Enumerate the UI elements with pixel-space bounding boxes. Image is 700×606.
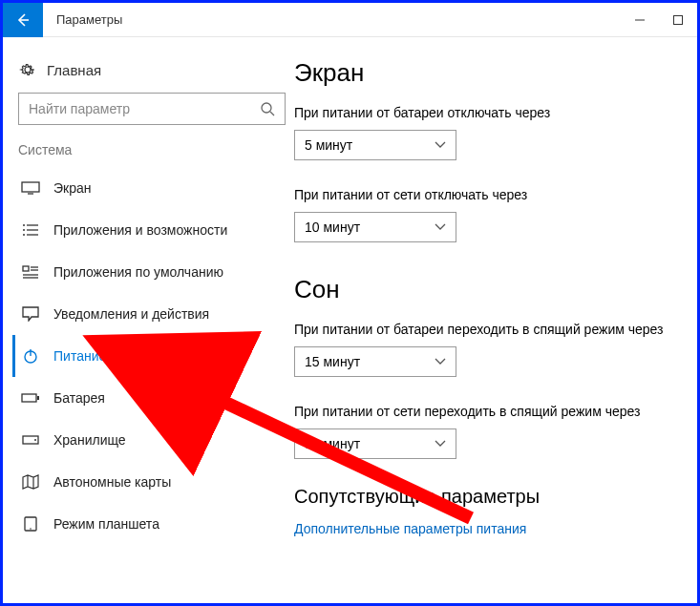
svg-rect-20: [22, 394, 36, 402]
home-label: Главная: [47, 62, 101, 78]
gear-icon: [18, 60, 37, 79]
sidebar-item-label: Уведомления и действия: [53, 306, 209, 322]
chevron-down-icon: [435, 358, 446, 366]
search-placeholder: Найти параметр: [29, 101, 130, 116]
sidebar: Главная Найти параметр Система Экран При…: [3, 37, 294, 603]
sidebar-item-battery[interactable]: Батарея: [12, 377, 294, 419]
storage-icon: [21, 432, 40, 448]
sidebar-item-label: Экран: [53, 180, 92, 196]
select-sleep-battery[interactable]: 15 минут: [294, 346, 456, 377]
main-content: Экран При питании от батареи отключать ч…: [294, 37, 697, 603]
sidebar-item-offline-maps[interactable]: Автономные карты: [12, 461, 294, 503]
select-screen-plugged[interactable]: 10 минут: [294, 212, 456, 242]
label-screen-plugged: При питании от сети отключать через: [294, 187, 697, 202]
link-additional-power[interactable]: Дополнительные параметры питания: [294, 521, 697, 536]
chevron-down-icon: [435, 440, 446, 448]
minimize-icon: [634, 14, 646, 26]
sidebar-item-label: Приложения и возможности: [53, 222, 227, 238]
sidebar-item-label: Питание и спящий режим: [53, 348, 212, 364]
sidebar-item-notifications[interactable]: Уведомления и действия: [12, 293, 294, 335]
select-value: 30 минут: [305, 436, 360, 451]
label-sleep-battery: При питании от батареи переходить в спящ…: [294, 322, 697, 337]
svg-line-4: [270, 112, 274, 115]
select-value: 10 минут: [305, 219, 360, 235]
notification-icon: [21, 306, 40, 322]
maximize-icon: [672, 14, 684, 26]
svg-rect-2: [674, 15, 683, 24]
battery-icon: [21, 390, 40, 406]
map-icon: [21, 474, 40, 490]
sidebar-item-label: Батарея: [53, 390, 105, 406]
sidebar-item-label: Автономные карты: [53, 474, 171, 490]
svg-rect-5: [22, 182, 39, 192]
home-row[interactable]: Главная: [12, 54, 294, 93]
sidebar-item-label: Хранилище: [53, 432, 126, 448]
label-sleep-plugged: При питании от сети переходить в спящий …: [294, 404, 697, 419]
sidebar-item-default-apps[interactable]: Приложения по умолчанию: [12, 251, 294, 293]
maximize-button[interactable]: [659, 3, 697, 37]
category-label: Система: [18, 142, 294, 157]
monitor-icon: [21, 180, 40, 196]
select-screen-battery[interactable]: 5 минут: [294, 130, 456, 160]
select-value: 15 минут: [305, 354, 360, 369]
svg-rect-21: [37, 396, 39, 400]
svg-point-25: [30, 528, 32, 530]
back-button[interactable]: [3, 3, 43, 37]
sidebar-item-storage[interactable]: Хранилище: [12, 419, 294, 461]
tablet-icon: [21, 516, 40, 532]
search-input[interactable]: Найти параметр: [18, 93, 286, 125]
sidebar-item-power-sleep[interactable]: Питание и спящий режим: [12, 335, 294, 377]
arrow-left-icon: [15, 12, 31, 28]
label-screen-battery: При питании от батареи отключать через: [294, 105, 697, 120]
sidebar-item-apps[interactable]: Приложения и возможности: [12, 209, 294, 251]
svg-rect-13: [23, 266, 29, 271]
power-icon: [21, 348, 40, 364]
related-heading: Сопутствующие параметры: [294, 486, 697, 508]
default-apps-icon: [21, 264, 40, 280]
chevron-down-icon: [435, 141, 446, 149]
svg-point-3: [262, 103, 271, 113]
window-title: Параметры: [56, 12, 122, 27]
sidebar-item-label: Приложения по умолчанию: [53, 264, 223, 280]
sidebar-item-label: Режим планшета: [53, 516, 159, 532]
sidebar-item-tablet-mode[interactable]: Режим планшета: [12, 503, 294, 545]
minimize-button[interactable]: [621, 3, 659, 37]
select-value: 5 минут: [305, 137, 352, 153]
sidebar-item-display[interactable]: Экран: [12, 167, 294, 209]
section-heading-screen: Экран: [294, 58, 697, 88]
section-heading-sleep: Сон: [294, 275, 697, 304]
list-icon: [21, 222, 40, 238]
select-sleep-plugged[interactable]: 30 минут: [294, 428, 456, 459]
chevron-down-icon: [435, 223, 446, 231]
search-icon: [260, 101, 275, 116]
titlebar: Параметры: [3, 3, 697, 37]
svg-point-23: [34, 439, 36, 441]
